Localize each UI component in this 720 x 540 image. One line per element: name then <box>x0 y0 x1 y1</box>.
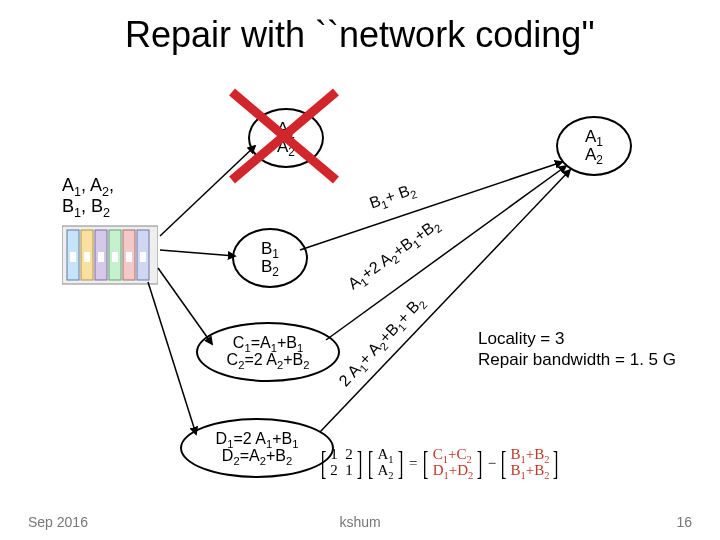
svg-rect-10 <box>112 252 118 262</box>
svg-line-19 <box>320 170 570 432</box>
locality-text: Locality = 3 Repair bandwidth = 1. 5 G <box>478 328 676 371</box>
svg-rect-12 <box>140 252 146 262</box>
footer-page: 16 <box>676 514 692 530</box>
matrix-equation: [ 1 22 1 ] [ A1A2 ] = [ C1+C2D1+D2 ] − [… <box>318 438 666 488</box>
node-A-line2: A2 <box>277 138 295 156</box>
svg-rect-9 <box>98 252 104 262</box>
locality-line2: Repair bandwidth = 1. 5 G <box>478 349 676 370</box>
node-Anew-line2: A2 <box>585 146 603 164</box>
svg-line-14 <box>160 250 235 256</box>
slide-title: Repair with ``network coding'' <box>0 14 720 56</box>
footer-author: kshum <box>339 514 380 530</box>
node-A: A1 A2 <box>248 108 324 168</box>
footer-date: Sep 2016 <box>28 514 88 530</box>
node-D: D1=2 A1+B1 D2=A2+B2 <box>180 418 334 478</box>
node-A-line1: A1 <box>277 120 295 138</box>
node-B-line2: B2 <box>261 258 279 276</box>
node-C-line1: C1=A1+B1 <box>233 335 303 352</box>
node-A-new: A1 A2 <box>556 116 632 176</box>
node-D-line2: D2=A2+B2 <box>222 448 292 465</box>
svg-line-16 <box>148 282 196 434</box>
node-Anew-line1: A1 <box>585 128 603 146</box>
node-D-line1: D1=2 A1+B1 <box>216 431 299 448</box>
node-C: C1=A1+B1 C2=2 A2+B2 <box>196 322 340 382</box>
node-C-line2: C2=2 A2+B2 <box>227 352 310 369</box>
source-label: A1, A2,B1, B2 <box>62 175 114 216</box>
edge-label-d: 2 A1+ A2+B1+ B2 <box>335 293 427 390</box>
node-B: B1 B2 <box>232 228 308 288</box>
svg-rect-8 <box>84 252 90 262</box>
svg-rect-11 <box>126 252 132 262</box>
svg-line-18 <box>326 166 566 340</box>
node-B-line1: B1 <box>261 240 279 258</box>
locality-line1: Locality = 3 <box>478 328 676 349</box>
svg-rect-7 <box>70 252 76 262</box>
edge-label-b: B1+ B2 <box>367 180 418 213</box>
svg-line-13 <box>160 146 255 236</box>
edge-label-c: A1+2 A2+B1+B2 <box>345 215 443 293</box>
server-icon <box>62 222 158 288</box>
svg-line-15 <box>158 268 212 344</box>
